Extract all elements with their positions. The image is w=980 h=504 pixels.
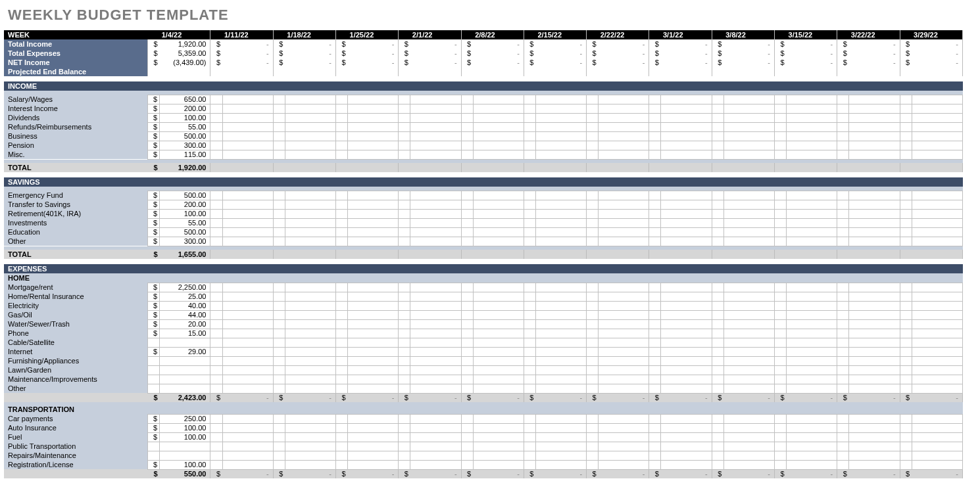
page-title: WEEKLY BUDGET TEMPLATE: [8, 7, 976, 24]
budget-table: WEEK1/4/221/11/221/18/221/25/222/1/222/8…: [4, 30, 963, 478]
